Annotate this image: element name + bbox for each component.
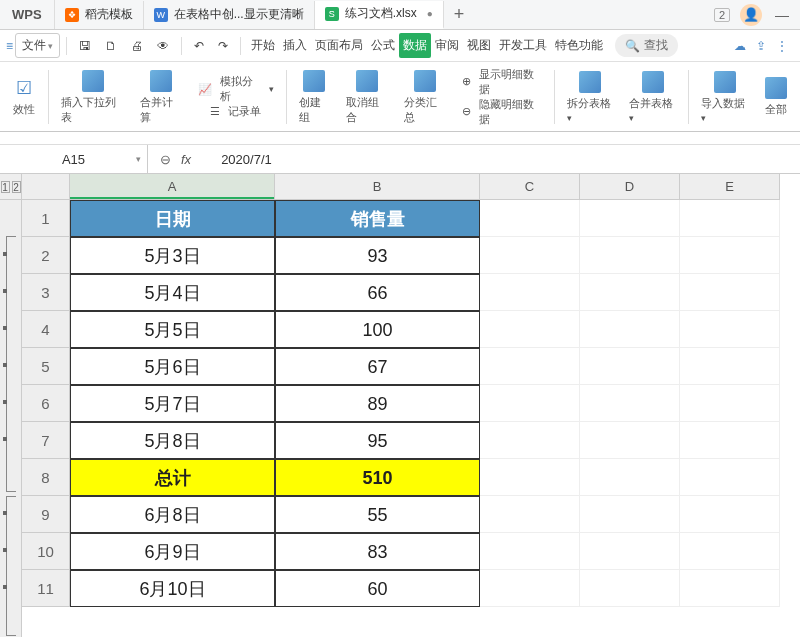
outline-gutter[interactable]: 1 2	[0, 174, 22, 637]
row-header[interactable]: 9	[22, 496, 70, 533]
select-all-corner[interactable]	[22, 174, 70, 200]
cell-D11[interactable]	[580, 570, 680, 607]
avatar[interactable]: 👤	[740, 4, 762, 26]
menu-tab-开发工具[interactable]: 开发工具	[495, 33, 551, 58]
menu-tab-开始[interactable]: 开始	[247, 33, 279, 58]
cell-D8[interactable]	[580, 459, 680, 496]
window-indicator[interactable]: 2	[714, 8, 730, 22]
cell-A7[interactable]: 5月8日	[70, 422, 275, 459]
ribbon-consolidate[interactable]: 合并计算	[134, 65, 188, 129]
cell-E6[interactable]	[680, 385, 780, 422]
cell-B3[interactable]: 66	[275, 274, 480, 311]
cell-A11[interactable]: 6月10日	[70, 570, 275, 607]
cell-E8[interactable]	[680, 459, 780, 496]
cell-E4[interactable]	[680, 311, 780, 348]
preview-icon[interactable]: 👁	[151, 36, 175, 56]
app-menu-icon[interactable]: ≡	[6, 39, 13, 53]
print-icon[interactable]: 🖨	[125, 36, 149, 56]
doc-tab-spreadsheet[interactable]: S 练习文档.xlsx ●	[315, 1, 444, 29]
menu-tab-特色功能[interactable]: 特色功能	[551, 33, 607, 58]
cell-A10[interactable]: 6月9日	[70, 533, 275, 570]
ribbon-group-create[interactable]: 创建组	[293, 65, 337, 129]
col-header-e[interactable]: E	[680, 174, 780, 200]
cell-A3[interactable]: 5月4日	[70, 274, 275, 311]
menu-tab-数据[interactable]: 数据	[399, 33, 431, 58]
row-header[interactable]: 2	[22, 237, 70, 274]
ribbon-whatif[interactable]: 📈模拟分析▾	[198, 74, 274, 104]
ribbon-hide-detail[interactable]: ⊖隐藏明细数据	[462, 97, 541, 127]
cell-C8[interactable]	[480, 459, 580, 496]
cell-D5[interactable]	[580, 348, 680, 385]
row-header[interactable]: 10	[22, 533, 70, 570]
formula-input[interactable]: 2020/7/1	[203, 152, 272, 167]
cell-A1[interactable]: 日期	[70, 200, 275, 237]
cell-C2[interactable]	[480, 237, 580, 274]
cloud-icon[interactable]: ☁	[734, 39, 746, 53]
cell-B10[interactable]: 83	[275, 533, 480, 570]
cell-C11[interactable]	[480, 570, 580, 607]
menu-tab-公式[interactable]: 公式	[367, 33, 399, 58]
cell-B8[interactable]: 510	[275, 459, 480, 496]
row-header[interactable]: 4	[22, 311, 70, 348]
cell-D3[interactable]	[580, 274, 680, 311]
ribbon-split-table[interactable]: 拆分表格▾	[561, 65, 620, 129]
ribbon-dataform[interactable]: ☰记录单	[210, 104, 261, 119]
save-icon[interactable]: 🖫	[73, 36, 97, 56]
cell-E9[interactable]	[680, 496, 780, 533]
undo-icon[interactable]: ↶	[188, 36, 210, 56]
col-header-b[interactable]: B	[275, 174, 480, 200]
cell-B2[interactable]: 93	[275, 237, 480, 274]
ribbon-subtotal[interactable]: 分类汇总	[398, 65, 452, 129]
cell-A9[interactable]: 6月8日	[70, 496, 275, 533]
cell-E2[interactable]	[680, 237, 780, 274]
file-menu[interactable]: 文件▾	[15, 33, 60, 58]
cell-B4[interactable]: 100	[275, 311, 480, 348]
cell-D10[interactable]	[580, 533, 680, 570]
cell-A8[interactable]: 总计	[70, 459, 275, 496]
ribbon-refresh-all[interactable]: 全部	[758, 65, 794, 129]
grid[interactable]: A B C D E 1日期销售量25月3日9335月4日6645月5日10055…	[22, 174, 800, 637]
share-icon[interactable]: ⇪	[756, 39, 766, 53]
cell-C9[interactable]	[480, 496, 580, 533]
cell-B7[interactable]: 95	[275, 422, 480, 459]
cell-D9[interactable]	[580, 496, 680, 533]
cell-E1[interactable]	[680, 200, 780, 237]
cell-C5[interactable]	[480, 348, 580, 385]
cell-A5[interactable]: 5月6日	[70, 348, 275, 385]
zoom-out-icon[interactable]: ⊖	[160, 152, 171, 167]
cell-D2[interactable]	[580, 237, 680, 274]
cell-D7[interactable]	[580, 422, 680, 459]
cell-D4[interactable]	[580, 311, 680, 348]
row-header[interactable]: 3	[22, 274, 70, 311]
col-header-a[interactable]: A	[70, 174, 275, 200]
menu-tab-审阅[interactable]: 审阅	[431, 33, 463, 58]
cell-D1[interactable]	[580, 200, 680, 237]
ribbon-ungroup[interactable]: 取消组合	[340, 65, 394, 129]
cell-C10[interactable]	[480, 533, 580, 570]
ribbon-validity[interactable]: ☑效性	[6, 65, 42, 129]
outline-level-2[interactable]: 2	[12, 181, 21, 193]
print-preview-icon[interactable]: 🗋	[99, 36, 123, 56]
cell-E11[interactable]	[680, 570, 780, 607]
fx-icon[interactable]: fx	[181, 152, 191, 167]
ribbon-merge-table[interactable]: 合并表格▾	[623, 65, 682, 129]
row-header[interactable]: 5	[22, 348, 70, 385]
menu-tab-页面布局[interactable]: 页面布局	[311, 33, 367, 58]
row-header[interactable]: 11	[22, 570, 70, 607]
doc-tab-word[interactable]: W 在表格中创...显示更清晰	[144, 1, 315, 29]
doc-tab-templates[interactable]: ❖ 稻壳模板	[55, 1, 144, 29]
col-header-c[interactable]: C	[480, 174, 580, 200]
cell-B6[interactable]: 89	[275, 385, 480, 422]
name-box[interactable]: A15	[0, 145, 148, 173]
cell-C1[interactable]	[480, 200, 580, 237]
cell-C7[interactable]	[480, 422, 580, 459]
cell-B5[interactable]: 67	[275, 348, 480, 385]
cell-E7[interactable]	[680, 422, 780, 459]
more-icon[interactable]: ⋮	[776, 39, 788, 53]
cell-B9[interactable]: 55	[275, 496, 480, 533]
cell-D6[interactable]	[580, 385, 680, 422]
cell-C3[interactable]	[480, 274, 580, 311]
ribbon-dropdown-list[interactable]: 插入下拉列表	[55, 65, 130, 129]
cell-E3[interactable]	[680, 274, 780, 311]
outline-level-1[interactable]: 1	[1, 181, 10, 193]
